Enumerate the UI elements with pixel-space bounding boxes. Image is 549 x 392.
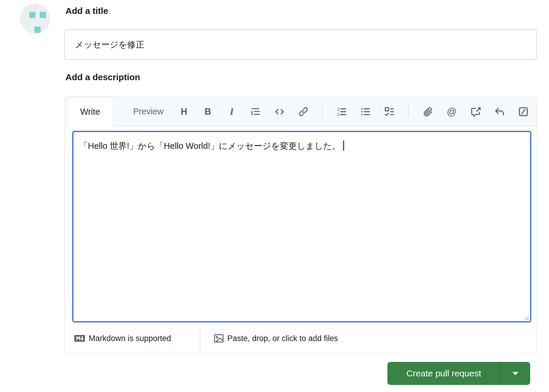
create-pull-request-dropdown[interactable] [501, 362, 530, 385]
italic-icon: I [230, 106, 234, 117]
toolbar-divider [322, 106, 323, 118]
reply-icon [494, 107, 504, 117]
heading-icon: H [181, 106, 187, 117]
unordered-list-button[interactable] [361, 107, 371, 117]
task-list-icon [384, 107, 395, 117]
slash-command-button[interactable] [518, 107, 528, 117]
description-heading: Add a description [65, 72, 140, 82]
quote-icon [251, 107, 260, 116]
markdown-supported-label: Markdown is supported [89, 334, 171, 343]
bold-icon: B [205, 106, 211, 117]
attach-files-label: Paste, drop, or click to add files [227, 334, 338, 343]
new-pull-request-form: Add a title Add a description Write Prev… [0, 0, 549, 392]
tab-preview[interactable]: Preview [125, 97, 172, 126]
avatar [20, 4, 50, 34]
resize-handle-icon[interactable] [523, 314, 529, 320]
bold-button[interactable]: B [203, 107, 213, 117]
svg-text:1: 1 [337, 107, 339, 111]
attach-file-button[interactable] [423, 107, 433, 117]
markdown-supported-link[interactable]: Markdown is supported [74, 323, 171, 354]
editor-footer: Markdown is supported Paste, drop, or cl… [65, 323, 537, 354]
identicon-square [40, 12, 46, 18]
caret-down-icon [512, 372, 518, 375]
unordered-list-icon [361, 107, 371, 117]
svg-text:2: 2 [337, 112, 339, 116]
code-icon [274, 107, 285, 117]
identicon-square [34, 27, 41, 33]
toolbar-divider [408, 106, 409, 118]
pr-title-input[interactable] [64, 29, 537, 60]
code-button[interactable] [274, 107, 285, 117]
markdown-toolbar: H B I [179, 97, 528, 126]
markdown-icon [74, 333, 85, 344]
description-editor: Write Preview H B I [64, 97, 537, 354]
attach-file-icon [423, 107, 433, 117]
title-heading: Add a title [65, 6, 108, 16]
identicon-square [29, 12, 35, 18]
create-pull-request-button[interactable]: Create pull request [387, 362, 500, 385]
attach-files-dropzone[interactable]: Paste, drop, or click to add files [214, 323, 338, 354]
create-pull-request-split-button: Create pull request [387, 362, 530, 385]
link-button[interactable] [298, 107, 308, 117]
mention-icon: @ [447, 106, 457, 117]
reply-button[interactable] [494, 107, 504, 117]
mention-button[interactable]: @ [447, 107, 457, 117]
task-list-button[interactable] [384, 107, 395, 117]
heading-button[interactable]: H [179, 107, 189, 117]
cross-reference-button[interactable] [471, 107, 481, 117]
footer-divider [200, 327, 200, 350]
ordered-list-icon: 1 2 [337, 107, 347, 117]
tab-write[interactable]: Write [67, 97, 114, 126]
quote-button[interactable] [251, 107, 261, 117]
italic-button[interactable]: I [227, 107, 237, 117]
slash-command-icon [518, 107, 528, 117]
text-cursor [343, 141, 344, 151]
description-textarea[interactable]: 「Hello 世界!」から「Hello World!」にメッセージを変更しました… [72, 131, 531, 322]
description-text: 「Hello 世界!」から「Hello World!」にメッセージを変更しました… [79, 141, 341, 151]
editor-tabbar: Write Preview H B I [65, 97, 537, 126]
cross-reference-icon [471, 107, 481, 117]
link-icon [298, 107, 308, 117]
ordered-list-button[interactable]: 1 2 [337, 107, 347, 117]
image-icon [214, 334, 223, 343]
